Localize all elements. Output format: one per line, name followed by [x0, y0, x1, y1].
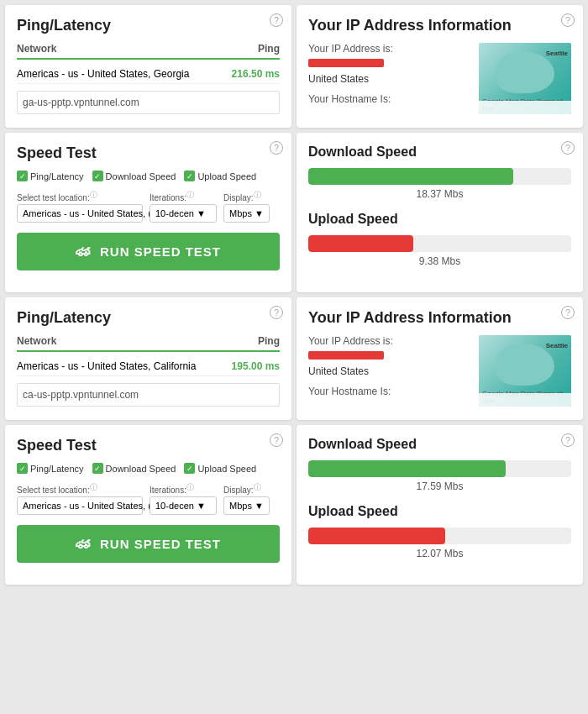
run-speed-test-button-2[interactable]: 🏎 RUN SPEED TEST: [17, 525, 280, 563]
ping-value-1: 216.50 ms: [232, 68, 280, 80]
speed-test-card-2: ? Speed Test ✓ Ping/Latency ✓ Download S…: [5, 425, 291, 585]
speed-checkboxes-2: ✓ Ping/Latency ✓ Download Speed ✓ Upload…: [17, 463, 280, 474]
display-select-1[interactable]: Mbps ▼: [223, 204, 270, 223]
map-google-2: Google Map Data Terms of Use: [482, 390, 571, 405]
ping-network-1: Americas - us - United States, Georgia: [17, 68, 189, 80]
info-icon-speed-2[interactable]: ?: [270, 433, 283, 447]
ip-label-1: Your IP Address is:: [308, 43, 470, 55]
speed-test-card-1: ? Speed Test ✓ Ping/Latency ✓ Download S…: [5, 133, 291, 292]
map-seattle-1: Seattle: [546, 50, 568, 57]
ping-latency-card-1: ? Ping/Latency Network Ping Americas - u…: [5, 5, 291, 128]
ip-redacted-1: [308, 59, 384, 67]
location-label-1: Select test location:ⓘ: [17, 190, 143, 202]
ip-hostname-label-1: Your Hostname Is:: [308, 93, 470, 105]
map-seattle-2: Seattle: [546, 342, 568, 349]
speed-result-card-2: ? Download Speed 17.59 Mbs Upload Speed …: [297, 425, 583, 585]
info-icon-ping-1[interactable]: ?: [270, 13, 283, 27]
ping-latency-card-2: ? Ping/Latency Network Ping Americas - u…: [5, 297, 291, 420]
ip-country-1: United States: [308, 73, 470, 85]
ping-network-2: Americas - us - United States, Californi…: [17, 360, 196, 372]
check-icon-ul-1: ✓: [184, 171, 195, 181]
checkbox-upload-2[interactable]: ✓ Upload Speed: [184, 463, 256, 474]
info-icon-result-2[interactable]: ?: [561, 433, 575, 447]
speed-title-1: Speed Test: [17, 144, 280, 162]
iterations-group-1: Iterations:ⓘ 10-decen ▼: [150, 190, 217, 223]
speed-title-2: Speed Test: [17, 437, 280, 454]
ul-bar-fill-1: [308, 235, 413, 252]
ping-header-network-2: Network: [17, 335, 56, 347]
ping-header-2: Network Ping: [17, 335, 280, 352]
info-icon-speed-1[interactable]: ?: [270, 141, 283, 155]
location-group-2: Select test location:ⓘ Americas - us - U…: [17, 482, 143, 515]
ul-bar-container-1: 9.38 Mbs: [308, 235, 571, 267]
display-group-1: Display:ⓘ Mbps ▼: [223, 190, 270, 223]
speedometer-icon-2: 🏎: [76, 535, 92, 553]
check-icon-ping-2: ✓: [17, 463, 28, 474]
ip-country-2: United States: [308, 365, 470, 377]
checkbox-upload-1[interactable]: ✓ Upload Speed: [184, 171, 256, 181]
display-group-2: Display:ⓘ Mbps ▼: [223, 482, 270, 515]
check-icon-ul-2: ✓: [184, 463, 195, 474]
info-icon-ping-2[interactable]: ?: [270, 306, 283, 319]
ul-bar-fill-2: [308, 528, 445, 544]
speedometer-icon-1: 🏎: [76, 243, 92, 260]
info-icon-ip-2[interactable]: ?: [561, 306, 575, 319]
dl-bar-fill-1: [308, 168, 513, 185]
ul-title-2: Upload Speed: [308, 504, 571, 519]
info-icon-ip-1[interactable]: ?: [561, 13, 575, 27]
iterations-select-1[interactable]: 10-decen ▼: [150, 204, 217, 223]
ul-value-1: 9.38 Mbs: [308, 255, 571, 267]
ping-title-2: Ping/Latency: [17, 309, 280, 327]
location-select-2[interactable]: Americas - us - United States, ( ▼: [17, 496, 143, 515]
ping-row-2: Americas - us - United States, Californi…: [17, 357, 280, 376]
dl-value-2: 17.59 Mbs: [308, 480, 571, 492]
ip-redacted-2: [308, 351, 384, 360]
dl-bar-container-2: 17.59 Mbs: [308, 460, 571, 492]
checkbox-download-1[interactable]: ✓ Download Speed: [92, 171, 176, 181]
ip-label-2: Your IP Address is:: [308, 335, 470, 347]
dl-value-1: 18.37 Mbs: [308, 188, 571, 200]
checkbox-download-2[interactable]: ✓ Download Speed: [92, 463, 176, 474]
ping-row-1: Americas - us - United States, Georgia 2…: [17, 65, 280, 84]
map-thumbnail-1: Seattle Google Map Data Terms of Use: [479, 43, 571, 114]
run-speed-test-button-1[interactable]: 🏎 RUN SPEED TEST: [17, 233, 280, 270]
ip-info-2: Your IP Address is: United States Your H…: [308, 335, 470, 407]
location-label-2: Select test location:ⓘ: [17, 482, 143, 495]
dl-bar-bg-2: [308, 460, 571, 477]
iterations-label-2: Iterations:ⓘ: [150, 482, 217, 495]
dl-title-1: Download Speed: [308, 144, 571, 160]
checkbox-ping-2[interactable]: ✓ Ping/Latency: [17, 463, 84, 474]
ping-header-1: Network Ping: [17, 43, 280, 60]
dl-bar-fill-2: [308, 460, 506, 477]
map-thumbnail-2: Seattle Google Map Data Terms of Use: [479, 335, 571, 407]
ul-bar-container-2: 12.07 Mbs: [308, 528, 571, 559]
ping-header-ping-2: Ping: [258, 335, 280, 347]
dl-bar-bg-1: [308, 168, 571, 185]
ping-hostname-1: ga-us-pptp.vpntunnel.com: [17, 91, 280, 114]
ul-value-2: 12.07 Mbs: [308, 548, 571, 559]
iterations-select-2[interactable]: 10-decen ▼: [150, 496, 217, 515]
check-icon-dl-2: ✓: [92, 463, 103, 474]
ping-value-2: 195.00 ms: [232, 360, 280, 372]
speed-controls-1: Select test location:ⓘ Americas - us - U…: [17, 190, 280, 223]
ip-hostname-label-2: Your Hostname Is:: [308, 386, 470, 397]
location-group-1: Select test location:ⓘ Americas - us - U…: [17, 190, 143, 223]
ping-title-1: Ping/Latency: [17, 17, 280, 34]
dl-title-2: Download Speed: [308, 437, 571, 452]
display-label-2: Display:ⓘ: [223, 482, 270, 495]
dl-bar-container-1: 18.37 Mbs: [308, 168, 571, 200]
ip-address-card-1: ? Your IP Address Information Your IP Ad…: [297, 5, 583, 128]
checkbox-ping-1[interactable]: ✓ Ping/Latency: [17, 171, 84, 181]
display-select-2[interactable]: Mbps ▼: [223, 496, 270, 515]
check-icon-dl-1: ✓: [92, 171, 103, 181]
speed-result-card-1: ? Download Speed 18.37 Mbs Upload Speed …: [297, 133, 583, 292]
check-icon-ping-1: ✓: [17, 171, 28, 181]
ip-section-1: Your IP Address is: United States Your H…: [308, 43, 571, 114]
speed-controls-2: Select test location:ⓘ Americas - us - U…: [17, 482, 280, 515]
location-select-1[interactable]: Americas - us - United States, ( ▼: [17, 204, 143, 223]
ip-title-1: Your IP Address Information: [308, 17, 571, 34]
iterations-label-1: Iterations:ⓘ: [150, 190, 217, 202]
info-icon-result-1[interactable]: ?: [561, 141, 575, 155]
display-label-1: Display:ⓘ: [223, 190, 270, 202]
ip-address-card-2: ? Your IP Address Information Your IP Ad…: [297, 297, 583, 420]
